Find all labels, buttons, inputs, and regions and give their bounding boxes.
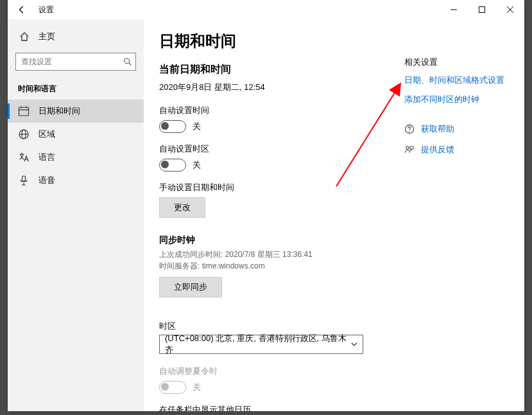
timezone-label: 时区	[159, 321, 509, 332]
timezone-value: (UTC+08:00) 北京, 重庆, 香港特别行政区, 乌鲁木齐	[165, 333, 351, 356]
sync-last-time: 上次成功同步时间: 2020/7/8 星期三 13:36:41	[159, 250, 313, 259]
change-button[interactable]: 更改	[159, 197, 205, 218]
sync-meta: 上次成功同步时间: 2020/7/8 星期三 13:36:41 时间服务器: t…	[159, 249, 509, 272]
maximize-button[interactable]	[468, 0, 496, 19]
sidebar-item-datetime[interactable]: 日期和时间	[8, 100, 144, 123]
title-bar: 设置	[8, 0, 524, 19]
search-input[interactable]	[15, 53, 136, 71]
sync-server: 时间服务器: time.windows.com	[159, 261, 265, 270]
feedback-icon	[404, 145, 415, 155]
manual-set-label: 手动设置日期和时间	[159, 182, 509, 193]
sync-now-button[interactable]: 立即同步	[159, 277, 222, 297]
svg-point-7	[406, 146, 409, 149]
auto-tz-toggle[interactable]	[159, 159, 186, 172]
svg-point-1	[124, 58, 130, 64]
sidebar-category: 时间和语言	[8, 75, 144, 100]
svg-rect-0	[479, 7, 485, 13]
minimize-button[interactable]	[440, 0, 468, 19]
arrow-left-icon	[17, 5, 26, 14]
related-settings-heading: 相关设置	[404, 57, 520, 68]
sidebar-item-label: 日期和时间	[39, 105, 80, 117]
sidebar-home[interactable]: 主页	[8, 26, 144, 48]
back-button[interactable]	[8, 0, 36, 19]
home-icon	[19, 31, 30, 42]
minimize-icon	[450, 6, 457, 13]
auto-tz-state: 关	[193, 159, 201, 171]
sidebar-item-language[interactable]: 语言	[8, 146, 144, 169]
sidebar-item-region[interactable]: 区域	[8, 123, 144, 146]
dst-state: 关	[193, 382, 201, 393]
close-icon	[507, 6, 513, 13]
window-title: 设置	[39, 4, 54, 15]
sync-clock-heading: 同步时钟	[159, 234, 509, 246]
content-area: 日期和时间 当前日期和时间 2020年9月8日 星期二, 12:54 自动设置时…	[144, 19, 524, 411]
calendar-clock-icon	[18, 105, 30, 117]
help-icon	[404, 124, 415, 134]
auto-time-toggle[interactable]	[159, 120, 186, 133]
auto-time-state: 关	[193, 121, 201, 132]
close-button[interactable]	[496, 0, 524, 19]
sidebar-item-label: 语言	[39, 152, 55, 163]
settings-window: 设置 主页 时间和语言	[8, 0, 524, 411]
sidebar-item-label: 区域	[39, 128, 55, 140]
dst-toggle	[159, 381, 186, 394]
search-wrap	[15, 53, 136, 71]
related-settings-pane: 相关设置 日期、时间和区域格式设置 添加不同时区的时钟 获取帮助 提供反馈	[404, 57, 520, 155]
timezone-select[interactable]: (UTC+08:00) 北京, 重庆, 香港特别行政区, 乌鲁木齐	[159, 335, 363, 354]
link-give-feedback[interactable]: 提供反馈	[421, 144, 454, 155]
search-icon	[123, 57, 132, 66]
sidebar: 主页 时间和语言 日期和时间 区域	[8, 19, 144, 411]
alt-calendar-label: 在任务栏中显示其他日历	[159, 404, 509, 411]
chevron-down-icon	[351, 341, 357, 348]
maximize-icon	[479, 6, 485, 13]
svg-rect-5	[22, 176, 26, 181]
page-title: 日期和时间	[159, 31, 509, 51]
sidebar-item-speech[interactable]: 语音	[8, 169, 144, 192]
microphone-icon	[18, 175, 30, 186]
svg-rect-2	[19, 107, 29, 116]
client-area: 主页 时间和语言 日期和时间 区域	[8, 19, 524, 411]
sidebar-home-label: 主页	[39, 31, 55, 42]
link-additional-clocks[interactable]: 添加不同时区的时钟	[404, 94, 520, 105]
link-get-help[interactable]: 获取帮助	[421, 123, 454, 135]
sidebar-item-label: 语音	[39, 175, 55, 186]
language-icon	[18, 152, 30, 163]
globe-icon	[18, 128, 30, 140]
svg-rect-8	[410, 146, 414, 149]
dst-label: 自动调整夏令时	[159, 366, 509, 377]
link-formats[interactable]: 日期、时间和区域格式设置	[404, 75, 520, 86]
